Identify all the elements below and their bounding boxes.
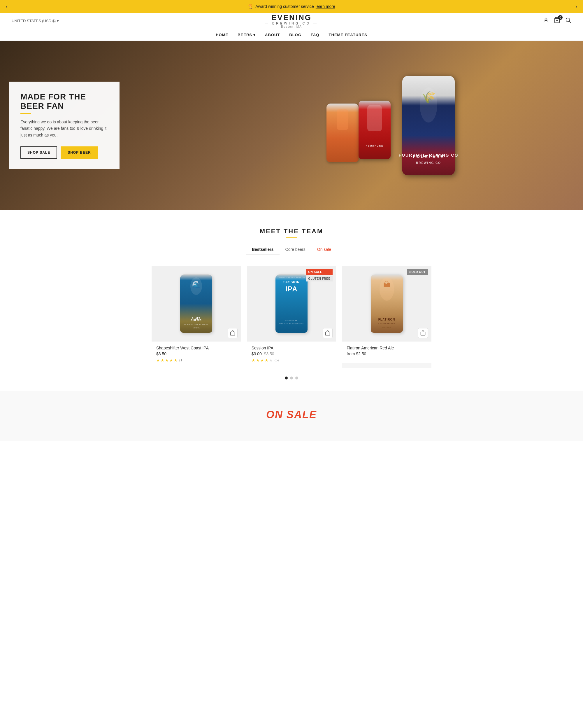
product-info-1: Shapeshifter West Coast IPA $3.50 ★ ★ ★ …	[151, 341, 241, 368]
chevron-down-icon: ▾	[57, 19, 59, 23]
product-stars-2: ★ ★ ★ ★ ★ (5)	[252, 358, 332, 363]
search-button[interactable]	[565, 17, 571, 25]
product-name-2: Session IPA	[252, 346, 332, 350]
site-header: UNITED STATES (USD $) ▾ Evening — BREWIN…	[0, 13, 583, 29]
product-image-wrap-1: 🌊 SHAPESHIFTER — WEST COAST IPA — LONDON	[151, 266, 241, 341]
announcement-text: Award winning customer service	[255, 4, 314, 9]
main-nav: HOME BEERS ▾ ABOUT BLOG FAQ THEME FEATUR…	[0, 29, 583, 41]
nav-item-theme-features[interactable]: THEME FEATURES	[329, 33, 367, 37]
product-info-3: Flatiron American Red Ale from $2.50	[342, 341, 432, 363]
brand-brewing: — BREWING CO —	[265, 22, 318, 25]
product-card-shapeshifter: 🌊 SHAPESHIFTER — WEST COAST IPA — LONDON…	[151, 266, 241, 368]
badge-on-sale: ON SALE	[306, 269, 333, 275]
product-original-price: $3.50	[264, 352, 274, 356]
tab-on-sale[interactable]: On sale	[311, 244, 337, 255]
nav-item-blog[interactable]: BLOG	[289, 33, 301, 37]
brand-location: Boston, MA	[265, 25, 318, 28]
nav-item-beers[interactable]: BEERS ▾	[238, 33, 256, 37]
user-button[interactable]	[543, 17, 549, 25]
product-sale-price: $3.00	[252, 352, 262, 356]
product-price-3: from $2.50	[346, 352, 427, 356]
can-flatiron: 🏔 FLATIRON — AMERICAN RED — LONDON	[371, 275, 403, 333]
can-left: FOURPURE	[359, 101, 391, 159]
quick-add-button-2[interactable]	[323, 328, 333, 338]
hero-headline: MADE FOR THE BEER FAN	[20, 92, 108, 111]
badge-sold-out: SOLD OUT	[407, 269, 428, 275]
product-grid: 🌊 SHAPESHIFTER — WEST COAST IPA — LONDON…	[151, 266, 432, 368]
product-badges-3: SOLD OUT	[407, 269, 428, 275]
products-section: MEET THE TEAM Bestsellers Core beers On …	[0, 210, 583, 391]
hero-text-box: MADE FOR THE BEER FAN Everything we do i…	[9, 82, 119, 169]
product-image-wrap-2: ON SALE GLUTEN FREE INSPIRED BY NEW YORK…	[247, 266, 336, 341]
pagination-dots	[12, 376, 571, 380]
cart-badge: 0	[558, 15, 563, 20]
announcement-bar: ‹ 🏆 Award winning customer service learn…	[0, 0, 583, 13]
logo[interactable]: Evening — BREWING CO — Boston, MA	[265, 14, 318, 29]
svg-rect-6	[421, 332, 425, 335]
dot-1[interactable]	[285, 376, 288, 380]
product-name-3: Flatiron American Red Ale	[346, 346, 427, 350]
logo-text: Evening — BREWING CO — Boston, MA	[265, 14, 318, 29]
can-far-left	[327, 104, 359, 162]
review-count-2: (5)	[275, 358, 279, 362]
svg-line-3	[569, 21, 571, 23]
tab-bestsellers[interactable]: Bestsellers	[246, 244, 280, 255]
product-price-2: $3.00 $3.50	[252, 352, 332, 356]
on-sale-large-badge: On SALE	[12, 409, 571, 421]
can-session-ipa: INSPIRED BY NEW YORK IPA SESSION IPA FOU…	[275, 275, 308, 333]
on-sale-section: On SALE	[0, 391, 583, 441]
currency-selector[interactable]: UNITED STATES (USD $) ▾	[12, 19, 59, 23]
hero-cans: FOURPURE 🌾 FOURPURE BREWING CO	[204, 41, 583, 210]
product-name-1: Shapeshifter West Coast IPA	[156, 346, 237, 350]
svg-point-0	[545, 18, 547, 20]
on-sale-text: On SALE	[266, 409, 317, 421]
product-image-wrap-3: SOLD OUT 🏔 FLATIRON — AMERICAN RED — LON…	[342, 266, 432, 341]
hero-buttons: SHOP SALE SHOP BEER	[20, 147, 108, 159]
quick-add-button-3[interactable]	[418, 328, 428, 338]
quick-add-button-1[interactable]	[228, 328, 238, 338]
shop-beer-button[interactable]: SHOP BEER	[61, 147, 98, 159]
trophy-icon: 🏆	[248, 4, 254, 9]
announcement-content: 🏆 Award winning customer service learn m…	[248, 4, 335, 9]
svg-rect-4	[230, 332, 235, 335]
product-price-1: $3.50	[156, 352, 237, 356]
svg-rect-5	[326, 332, 330, 335]
svg-point-2	[566, 18, 570, 22]
dot-3[interactable]	[295, 376, 298, 380]
product-tabs: Bestsellers Core beers On sale	[12, 244, 571, 255]
prev-announcement-button[interactable]: ‹	[6, 3, 7, 10]
dot-2[interactable]	[290, 376, 293, 380]
learn-more-link[interactable]: learn more	[316, 4, 335, 9]
next-announcement-button[interactable]: ›	[576, 3, 577, 10]
brand-name: Evening	[265, 14, 318, 22]
section-underline	[286, 237, 297, 238]
header-left: UNITED STATES (USD $) ▾	[12, 19, 59, 23]
nav-item-home[interactable]: HOME	[216, 33, 228, 37]
badge-gluten-free: GLUTEN FREE	[306, 276, 333, 282]
product-card-session-ipa: ON SALE GLUTEN FREE INSPIRED BY NEW YORK…	[247, 266, 336, 368]
currency-text: UNITED STATES (USD $)	[12, 19, 56, 23]
product-card-flatiron: SOLD OUT 🏔 FLATIRON — AMERICAN RED — LON…	[342, 266, 432, 368]
can-shapeshifter: 🌊 SHAPESHIFTER — WEST COAST IPA — LONDON	[180, 275, 212, 333]
hero-underline	[20, 113, 31, 114]
shop-sale-button[interactable]: SHOP SALE	[20, 147, 57, 159]
hero-section: FOURPURE 🌾 FOURPURE BREWING CO MADE FOR …	[0, 41, 583, 210]
nav-item-faq[interactable]: FAQ	[311, 33, 320, 37]
section-title: MEET THE TEAM	[12, 228, 571, 235]
header-icons: 0	[543, 17, 571, 25]
product-stars-1: ★ ★ ★ ★ ★ (1)	[156, 358, 237, 363]
cart-button[interactable]: 0	[554, 17, 560, 25]
tab-core-beers[interactable]: Core beers	[280, 244, 311, 255]
product-badges-2: ON SALE GLUTEN FREE	[306, 269, 333, 282]
can-main: 🌾 FOURPURE BREWING CO	[402, 76, 455, 175]
review-count-1: (1)	[179, 358, 184, 362]
product-info-2: Session IPA $3.00 $3.50 ★ ★ ★ ★ ★ (5)	[247, 341, 336, 368]
nav-item-about[interactable]: ABOUT	[265, 33, 280, 37]
beers-dropdown-icon: ▾	[253, 33, 256, 37]
hero-description: Everything we do is about keeping the be…	[20, 119, 108, 138]
